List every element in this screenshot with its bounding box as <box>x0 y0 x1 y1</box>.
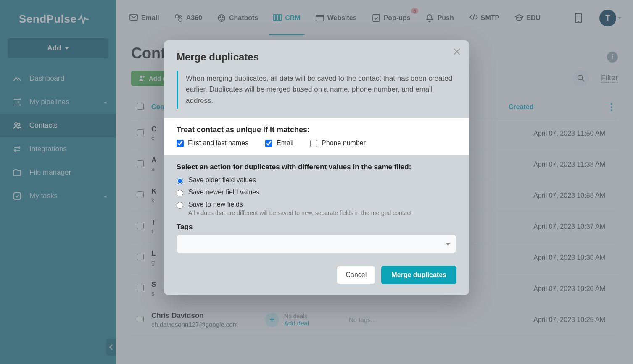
tags-select[interactable] <box>177 235 456 253</box>
chk-phone[interactable]: Phone number <box>310 139 366 147</box>
radio-older-input[interactable] <box>177 178 183 184</box>
radio-newer[interactable]: Save newer field values <box>177 189 456 196</box>
modal-overlay: Merge duplicates When merging duplicates… <box>0 0 633 364</box>
cancel-button[interactable]: Cancel <box>337 266 375 284</box>
modal-title: Merge duplicates <box>177 51 456 63</box>
tags-label: Tags <box>177 223 456 231</box>
merge-submit-button[interactable]: Merge duplicates <box>381 266 456 284</box>
unique-match-section: Treat contact as unique if it matches: F… <box>164 118 469 155</box>
chk-email-input[interactable] <box>265 140 272 147</box>
radio-newer-input[interactable] <box>177 190 183 196</box>
close-button[interactable] <box>453 48 461 55</box>
radio-older[interactable]: Save older field values <box>177 176 456 184</box>
modal-callout: When merging duplicates, all data will b… <box>177 71 456 109</box>
chk-email[interactable]: Email <box>265 139 293 147</box>
modal-footer: Cancel Merge duplicates <box>177 266 456 284</box>
radio-new-input[interactable] <box>177 202 183 209</box>
chk-names[interactable]: First and last names <box>177 139 248 147</box>
action-head: Select an action for duplicates with dif… <box>177 163 456 171</box>
duplicate-action-section: Select an action for duplicates with dif… <box>177 163 456 253</box>
close-icon <box>453 48 461 55</box>
unique-head: Treat contact as unique if it matches: <box>177 126 456 134</box>
radio-new-fields[interactable]: Save to new fields All values that are d… <box>177 201 456 216</box>
radio-new-hint: All values that are different will be sa… <box>188 209 411 216</box>
merge-duplicates-modal: Merge duplicates When merging duplicates… <box>164 40 469 295</box>
chk-names-input[interactable] <box>177 140 184 147</box>
chk-phone-input[interactable] <box>310 140 317 147</box>
